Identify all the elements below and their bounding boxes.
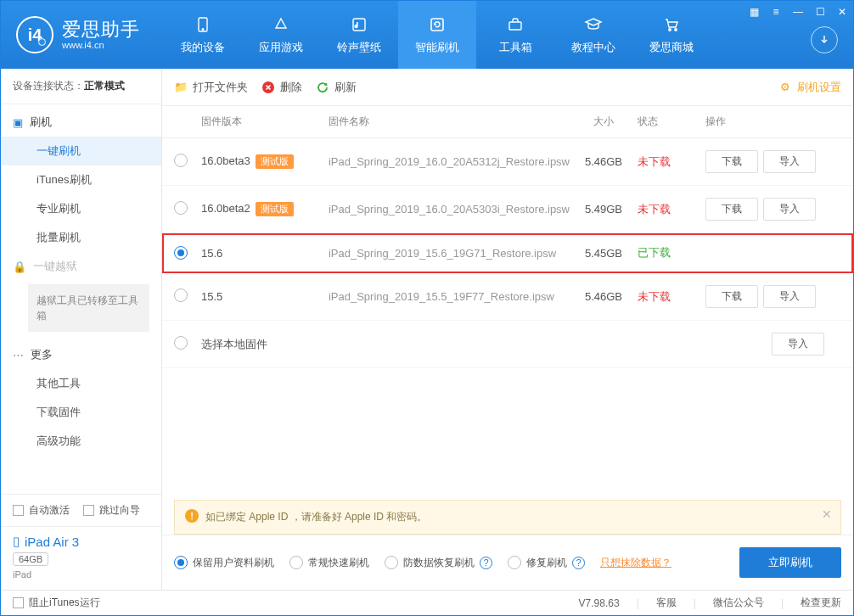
sidebar-item-other-tools[interactable]: 其他工具 xyxy=(1,369,161,398)
win-maximize-button[interactable]: ☐ xyxy=(809,1,831,23)
sidebar-item-pro-flash[interactable]: 专业刷机 xyxy=(1,194,161,223)
download-button[interactable]: 下载 xyxy=(705,198,758,221)
sidebar-item-advanced[interactable]: 高级功能 xyxy=(1,427,161,456)
help-icon[interactable]: ? xyxy=(480,557,492,569)
option-radio[interactable] xyxy=(174,556,188,569)
only-erase-link[interactable]: 只想抹除数据？ xyxy=(600,556,671,570)
firmware-size: 5.45GB xyxy=(570,247,638,260)
main-panel: 📁打开文件夹 删除 刷新 ⚙刷机设置 固件版本 固件名称 大小 状态 操作 16… xyxy=(162,69,853,590)
gear-icon: ⚙ xyxy=(778,81,792,94)
flash-option[interactable]: 防数据恢复刷机? xyxy=(385,556,492,570)
import-button[interactable]: 导入 xyxy=(763,198,816,221)
firmware-name: iPad_Spring_2019_16.0_20A5303i_Restore.i… xyxy=(329,203,570,216)
win-menu-button[interactable]: ▦ xyxy=(743,1,765,23)
header-name: 固件名称 xyxy=(329,115,570,129)
flash-settings-button[interactable]: ⚙刷机设置 xyxy=(778,80,841,95)
help-icon[interactable]: ? xyxy=(572,557,585,569)
table-row[interactable]: 16.0beta3测试版iPad_Spring_2019_16.0_20A531… xyxy=(162,138,853,186)
svg-rect-2 xyxy=(353,19,365,31)
table-row[interactable]: 15.6iPad_Spring_2019_15.6_19G71_Restore.… xyxy=(162,233,853,273)
auto-activate-label: 自动激活 xyxy=(29,503,70,518)
nav-tutorials[interactable]: 教程中心 xyxy=(554,1,632,69)
firmware-status: 已下载 xyxy=(638,245,697,260)
option-radio[interactable] xyxy=(385,556,398,569)
delete-icon xyxy=(261,81,275,94)
music-icon xyxy=(349,14,369,35)
wechat-link[interactable]: 微信公众号 xyxy=(713,596,764,610)
sidebar-item-download-firmware[interactable]: 下载固件 xyxy=(1,398,161,427)
download-button[interactable]: 下载 xyxy=(705,285,758,308)
download-button[interactable]: 下载 xyxy=(705,150,758,173)
nav-my-device[interactable]: 我的设备 xyxy=(164,1,242,69)
toolbar: 📁打开文件夹 删除 刷新 ⚙刷机设置 xyxy=(162,69,853,106)
logo-icon: i4 xyxy=(16,16,53,53)
import-button[interactable]: 导入 xyxy=(763,150,816,173)
row-radio[interactable] xyxy=(174,336,188,350)
import-button[interactable]: 导入 xyxy=(763,285,816,308)
sidebar-item-batch-flash[interactable]: 批量刷机 xyxy=(1,223,161,252)
open-folder-button[interactable]: 📁打开文件夹 xyxy=(174,80,248,95)
nav-store[interactable]: 爱思商城 xyxy=(632,1,711,69)
flash-option[interactable]: 保留用户资料刷机 xyxy=(174,556,274,570)
device-info: ▯iPad Air 3 64GB iPad xyxy=(1,526,161,590)
nav-ringtones[interactable]: 铃声壁纸 xyxy=(320,1,398,69)
skip-guide-label: 跳过向导 xyxy=(99,503,140,518)
flash-option[interactable]: 常规快速刷机 xyxy=(289,556,369,570)
firmware-name: iPad_Spring_2019_15.5_19F77_Restore.ipsw xyxy=(329,290,570,303)
row-radio[interactable] xyxy=(174,154,188,167)
row-radio[interactable] xyxy=(174,201,188,215)
svg-point-5 xyxy=(669,29,671,31)
flash-option[interactable]: 修复刷机? xyxy=(508,556,585,570)
refresh-button[interactable]: 刷新 xyxy=(316,80,357,95)
device-capacity: 64GB xyxy=(13,552,48,566)
version-text: 16.0beta2 xyxy=(201,202,250,215)
warning-icon: ! xyxy=(185,509,199,525)
sidebar-item-oneclick-flash[interactable]: 一键刷机 xyxy=(1,137,161,165)
win-list-button[interactable]: ≡ xyxy=(765,1,787,23)
version-text: 15.5 xyxy=(201,290,222,303)
table-row[interactable]: 选择本地固件导入 xyxy=(162,321,853,368)
grid-icon: ▣ xyxy=(13,116,23,129)
app-name: 爱思助手 xyxy=(62,19,140,40)
sidebar-group-flash[interactable]: ▣ 刷机 xyxy=(1,108,161,137)
table-row[interactable]: 16.0beta2测试版iPad_Spring_2019_16.0_20A530… xyxy=(162,186,853,233)
svg-point-6 xyxy=(675,29,677,31)
svg-rect-4 xyxy=(509,22,521,30)
nav-flash[interactable]: 智能刷机 xyxy=(398,1,476,69)
header-size: 大小 xyxy=(570,115,638,129)
firmware-size: 5.49GB xyxy=(570,203,638,216)
svg-text:!: ! xyxy=(190,511,194,521)
option-radio[interactable] xyxy=(508,556,521,569)
app-header: i4 爱思助手 www.i4.cn 我的设备 应用游戏 铃声壁纸 智能刷机 工具… xyxy=(1,1,853,69)
block-itunes-checkbox[interactable] xyxy=(13,597,24,608)
folder-icon: 📁 xyxy=(174,81,188,94)
support-link[interactable]: 客服 xyxy=(656,596,677,610)
reload-icon xyxy=(316,81,329,94)
lock-icon: 🔒 xyxy=(13,260,26,273)
nav-apps[interactable]: 应用游戏 xyxy=(242,1,320,69)
nav-toolbox[interactable]: 工具箱 xyxy=(476,1,554,69)
win-close-button[interactable]: ✕ xyxy=(831,1,853,23)
option-radio[interactable] xyxy=(289,556,303,569)
sidebar-item-itunes-flash[interactable]: iTunes刷机 xyxy=(1,165,161,194)
auto-activate-checkbox[interactable] xyxy=(13,505,24,516)
row-radio[interactable] xyxy=(174,288,188,302)
sync-icon[interactable] xyxy=(811,26,838,53)
close-icon[interactable]: ✕ xyxy=(822,507,832,521)
firmware-name: iPad_Spring_2019_16.0_20A5312j_Restore.i… xyxy=(329,155,570,168)
svg-rect-3 xyxy=(431,19,443,31)
svg-point-1 xyxy=(202,29,204,31)
table-row[interactable]: 15.5iPad_Spring_2019_15.5_19F77_Restore.… xyxy=(162,273,853,321)
check-update-link[interactable]: 检查更新 xyxy=(801,596,841,610)
header-version: 固件版本 xyxy=(201,115,329,129)
import-button[interactable]: 导入 xyxy=(772,333,824,356)
table-header: 固件版本 固件名称 大小 状态 操作 xyxy=(162,106,853,138)
sidebar-group-more[interactable]: ⋯ 更多 xyxy=(1,340,161,369)
row-radio[interactable] xyxy=(174,246,188,260)
delete-button[interactable]: 删除 xyxy=(261,80,302,95)
skip-guide-checkbox[interactable] xyxy=(83,505,94,516)
header-status: 状态 xyxy=(638,115,697,129)
flash-now-button[interactable]: 立即刷机 xyxy=(739,547,841,578)
firmware-status: 未下载 xyxy=(638,154,697,170)
win-minimize-button[interactable]: — xyxy=(787,1,809,23)
